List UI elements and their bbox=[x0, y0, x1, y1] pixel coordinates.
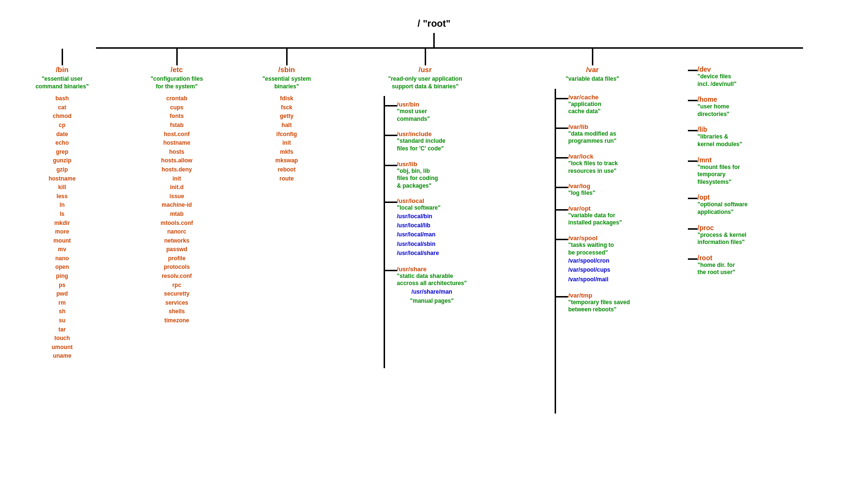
var-lib-title: /var/lib bbox=[568, 123, 616, 130]
proc-desc: "process & kernelinformation files" bbox=[697, 232, 746, 246]
sbin-items: fdiskfsckgettyhaltifconfiginitmkfsmkswap… bbox=[275, 94, 298, 183]
etc-desc: "configuration filesfor the system" bbox=[150, 75, 203, 90]
mnt-desc: "mount files fortemporaryfilesystems" bbox=[697, 164, 740, 186]
var-opt-title: /var/opt bbox=[568, 205, 622, 212]
usr-share-desc: "static data sharableaccross all archite… bbox=[397, 273, 467, 287]
usr-header: /usr bbox=[418, 65, 432, 74]
usr-bin-title: /usr/bin bbox=[397, 101, 430, 108]
dev-desc: "device filesincl. /dev/null" bbox=[697, 73, 737, 88]
var-cache-title: /var/cache bbox=[568, 94, 601, 101]
var-tmp-desc: "temporary files savedbetween reboots" bbox=[568, 299, 630, 314]
opt-title: /opt bbox=[697, 193, 748, 201]
mnt-title: /mnt bbox=[697, 156, 740, 164]
dev-title: /dev bbox=[697, 65, 737, 73]
lib-desc: "libraries &kernel modules" bbox=[697, 133, 742, 148]
etc-header: /etc bbox=[171, 65, 183, 74]
usr-column: /usr "read-only user applicationsupport … bbox=[354, 49, 497, 368]
bin-items: bashcatchmodcpdateechogrepgunzipgziphost… bbox=[49, 94, 76, 361]
home-desc: "user homedirectories" bbox=[697, 103, 729, 118]
proc-title: /proc bbox=[697, 224, 746, 232]
var-desc: "variable data files" bbox=[566, 75, 619, 83]
var-log-desc: "log files" bbox=[568, 190, 595, 197]
var-lib-desc: "data modified asprogrammes run" bbox=[568, 130, 616, 145]
var-tmp-title: /var/tmp bbox=[568, 292, 630, 299]
sbin-desc: "essential systembinaries" bbox=[262, 75, 311, 90]
var-header: /var bbox=[586, 65, 599, 74]
root-label: / "root" bbox=[418, 18, 450, 29]
sbin-header: /sbin bbox=[278, 65, 295, 74]
usr-desc: "read-only user applicationsupport data … bbox=[388, 75, 462, 90]
rootdir-desc: "home dir. forthe root user" bbox=[697, 262, 735, 276]
usr-local-title: /usr/local bbox=[397, 197, 440, 204]
etc-column: /etc "configuration filesfor the system"… bbox=[129, 49, 225, 325]
rootdir-title: /root bbox=[697, 254, 735, 262]
usr-share-title: /usr/share bbox=[397, 266, 467, 273]
var-cache-desc: "applicationcache data" bbox=[568, 101, 601, 116]
opt-desc: "optional softwareapplications" bbox=[697, 201, 748, 216]
var-lock-title: /var/lock bbox=[568, 153, 618, 160]
right-column: /dev "device filesincl. /dev/null" /home… bbox=[688, 49, 748, 284]
usr-share-subs: /usr/share/man "manual pages" bbox=[397, 287, 467, 306]
usr-bin-desc: "most usercommands" bbox=[397, 108, 430, 123]
usr-lib-desc: "obj, bin, libfiles for coding& packages… bbox=[397, 168, 438, 190]
usr-include-title: /usr/include bbox=[397, 130, 446, 138]
usr-local-subs: /usr/local/bin/usr/local/lib/usr/local/m… bbox=[397, 212, 440, 258]
home-title: /home bbox=[697, 96, 729, 103]
var-spool-subs: /var/spool/cron/var/spool/cups/var/spool… bbox=[568, 256, 614, 284]
root-node: / "root" bbox=[0, 10, 868, 29]
usr-include-desc: "standard includefiles for 'C' code" bbox=[397, 138, 446, 152]
filesystem-diagram: / "root" /bin "essential usercommand bin… bbox=[0, 0, 868, 478]
var-log-title: /var/log bbox=[568, 182, 595, 190]
var-lock-desc: "lock files to trackresources in use" bbox=[568, 160, 618, 175]
top-horizontal-line bbox=[96, 47, 803, 49]
bin-header: /bin bbox=[56, 65, 69, 74]
var-column: /var "variable data files" /var/cache "a… bbox=[525, 49, 659, 414]
usr-lib-title: /usr/lib bbox=[397, 160, 438, 168]
bin-desc: "essential usercommand binaries" bbox=[35, 75, 89, 90]
bin-column: /bin "essential usercommand binaries" ba… bbox=[19, 49, 105, 361]
var-opt-desc: "variable data forinstalled packages" bbox=[568, 212, 622, 227]
var-spool-desc: "tasks waiting tobe processed" bbox=[568, 242, 614, 256]
var-spool-title: /var/spool bbox=[568, 234, 614, 242]
sbin-column: /sbin "essential systembinaries" fdiskfs… bbox=[248, 49, 325, 183]
etc-items: crontabcupsfontsfstabhost.confhostnameho… bbox=[161, 94, 193, 325]
lib-title: /lib bbox=[697, 126, 742, 133]
usr-local-desc: "local software" bbox=[397, 204, 440, 212]
